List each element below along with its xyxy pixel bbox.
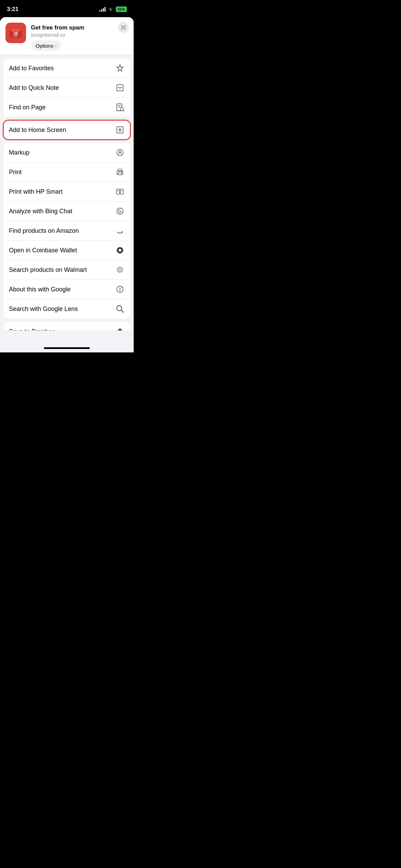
- close-button[interactable]: [118, 22, 129, 33]
- quick-note-icon: [115, 83, 125, 93]
- svg-rect-4: [117, 85, 123, 91]
- hp-smart-icon: [115, 187, 125, 196]
- google-lens-icon: [115, 304, 125, 314]
- add-home-screen-icon: [115, 125, 125, 135]
- find-on-page-icon: [115, 103, 125, 112]
- svg-line-33: [118, 268, 119, 268]
- svg-rect-19: [117, 189, 120, 194]
- menu-item-add-home-screen[interactable]: Add to Home Screen: [3, 120, 130, 140]
- bing-icon: [115, 206, 125, 216]
- options-button[interactable]: Options ›: [31, 40, 61, 51]
- markup-icon: [115, 148, 125, 157]
- menu-item-google-lens[interactable]: Search with Google Lens: [3, 299, 130, 318]
- status-time: 3:21: [7, 6, 19, 13]
- print-icon: [115, 167, 125, 177]
- svg-point-25: [117, 208, 123, 215]
- battery-icon: 91%: [116, 7, 127, 12]
- svg-point-28: [119, 269, 121, 270]
- menu-section-partial: Save to Dropbox: [3, 322, 130, 339]
- app-icon: @: [5, 23, 26, 43]
- share-sheet: @ Get free from spam incognitomail.co Op…: [0, 17, 134, 352]
- home-indicator: [44, 347, 90, 349]
- menu-item-google-about[interactable]: About this with Google: [3, 280, 130, 299]
- dropbox-icon: [115, 327, 125, 336]
- menu-item-amazon[interactable]: Find products on Amazon: [3, 221, 130, 241]
- menu-section-1: Add to Favorites Add to Quick Note Find …: [3, 59, 130, 117]
- menu-item-markup[interactable]: Markup: [3, 143, 130, 162]
- svg-point-18: [121, 172, 122, 172]
- status-bar: 3:21 91%: [0, 0, 134, 17]
- menu-item-walmart[interactable]: Search products on Walmart: [3, 260, 130, 280]
- coinbase-icon: [115, 245, 125, 255]
- star-icon: [115, 63, 125, 73]
- walmart-icon: [115, 265, 125, 275]
- status-icons: 91%: [99, 6, 127, 12]
- svg-rect-16: [118, 172, 122, 175]
- svg-text:@: @: [13, 31, 18, 37]
- menu-item-print[interactable]: Print: [3, 162, 130, 182]
- header-url: incognitomail.co: [31, 32, 128, 38]
- svg-rect-27: [119, 249, 121, 251]
- signal-icon: [99, 7, 106, 12]
- header-title: Get free from spam: [31, 24, 128, 32]
- svg-line-7: [123, 110, 124, 111]
- menu-item-add-home-screen-section: Add to Home Screen: [3, 120, 130, 140]
- menu-item-coinbase[interactable]: Open in Coinbase Wallet: [3, 241, 130, 260]
- svg-line-34: [121, 271, 122, 272]
- svg-point-13: [117, 149, 123, 156]
- sheet-header: @ Get free from spam incognitomail.co Op…: [0, 17, 134, 55]
- amazon-icon: [115, 226, 125, 236]
- menu-item-add-quick-note[interactable]: Add to Quick Note: [3, 78, 130, 98]
- wifi-icon: [108, 6, 114, 12]
- menu-item-print-hp[interactable]: Print with HP Smart: [3, 182, 130, 202]
- svg-line-36: [118, 271, 119, 272]
- svg-line-35: [121, 268, 122, 268]
- menu-item-dropbox[interactable]: Save to Dropbox: [3, 322, 130, 339]
- svg-point-39: [120, 288, 120, 288]
- menu-section-2: Markup Print Prin: [3, 143, 130, 318]
- menu-item-find-on-page[interactable]: Find on Page: [3, 98, 130, 117]
- svg-line-41: [121, 310, 124, 313]
- menu-item-bing[interactable]: Analyze with Bing Chat: [3, 202, 130, 221]
- svg-rect-20: [120, 189, 123, 194]
- header-info: Get free from spam incognitomail.co Opti…: [31, 23, 128, 51]
- menu-item-add-favorites[interactable]: Add to Favorites: [3, 59, 130, 78]
- google-info-icon: [115, 285, 125, 294]
- bottom-area: [0, 342, 134, 352]
